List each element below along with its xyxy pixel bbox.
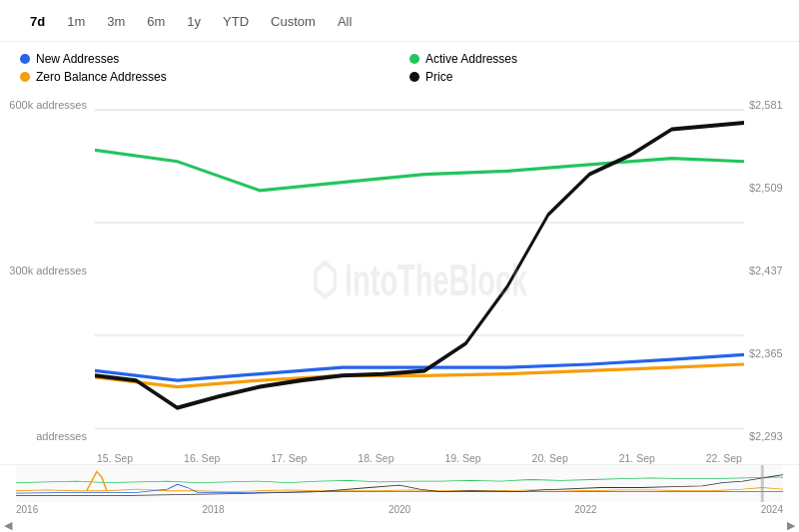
x-label-0: 15. Sep bbox=[97, 452, 133, 464]
btn-7d[interactable]: 7d bbox=[20, 10, 55, 33]
x-label-7: 22. Sep bbox=[706, 452, 742, 464]
y-axis-right: $2,581 $2,509 $2,437 $2,365 $2,293 bbox=[744, 94, 799, 464]
mini-x-axis: 2016 2018 2020 2022 2024 bbox=[0, 502, 799, 518]
y-right-5: $2,293 bbox=[749, 430, 791, 442]
mini-x-2: 2020 bbox=[389, 504, 410, 515]
x-label-4: 19. Sep bbox=[444, 452, 480, 464]
btn-custom[interactable]: Custom bbox=[261, 10, 326, 33]
scroll-right-arrow[interactable]: ▶ bbox=[787, 519, 795, 532]
legend-dot-green bbox=[409, 54, 419, 64]
y-axis-left: 600k addresses 300k addresses addresses bbox=[0, 94, 95, 464]
legend-dot-orange bbox=[20, 72, 30, 82]
btn-6m[interactable]: 6m bbox=[137, 10, 175, 33]
legend-new-addresses: New Addresses bbox=[20, 52, 390, 66]
mini-chart-area: 2016 2018 2020 2022 2024 ◀ ▶ bbox=[0, 464, 799, 532]
svg-rect-5 bbox=[761, 465, 764, 502]
btn-ytd[interactable]: YTD bbox=[213, 10, 259, 33]
svg-rect-4 bbox=[16, 465, 783, 502]
scroll-arrows: ◀ ▶ bbox=[0, 519, 799, 532]
btn-3m[interactable]: 3m bbox=[97, 10, 135, 33]
chart-plot: ⬡ IntoTheBlock 15. Sep 16. Sep 17. Sep 1… bbox=[95, 94, 744, 464]
y-left-top: 600k addresses bbox=[8, 99, 87, 111]
legend-label-price: Price bbox=[425, 70, 452, 84]
legend-label-new-addresses: New Addresses bbox=[36, 52, 119, 66]
x-label-6: 21. Sep bbox=[619, 452, 655, 464]
mini-svg bbox=[16, 465, 783, 502]
scroll-left-arrow[interactable]: ◀ bbox=[4, 519, 12, 532]
chart-svg: ⬡ IntoTheBlock bbox=[95, 94, 744, 464]
y-left-mid: 300k addresses bbox=[8, 265, 87, 276]
mini-x-0: 2016 bbox=[16, 504, 38, 515]
legend: New Addresses Active Addresses Zero Bala… bbox=[0, 42, 799, 94]
mini-x-1: 2018 bbox=[202, 504, 224, 515]
y-left-bot: addresses bbox=[8, 430, 87, 442]
y-right-3: $2,437 bbox=[749, 265, 791, 276]
mini-x-4: 2024 bbox=[761, 504, 783, 515]
x-label-1: 16. Sep bbox=[184, 452, 220, 464]
x-label-2: 17. Sep bbox=[271, 452, 307, 464]
chart-container: 7d 1m 3m 6m 1y YTD Custom All New Addres… bbox=[0, 0, 799, 532]
x-axis: 15. Sep 16. Sep 17. Sep 18. Sep 19. Sep … bbox=[95, 442, 744, 464]
btn-all[interactable]: All bbox=[328, 10, 362, 33]
watermark-text: ⬡ IntoTheBlock bbox=[312, 255, 528, 304]
legend-dot-black bbox=[409, 72, 419, 82]
btn-1y[interactable]: 1y bbox=[177, 10, 211, 33]
legend-dot-blue bbox=[20, 54, 30, 64]
legend-active-addresses: Active Addresses bbox=[409, 52, 779, 66]
time-filters: 7d 1m 3m 6m 1y YTD Custom All bbox=[0, 10, 799, 42]
x-label-3: 18. Sep bbox=[358, 452, 394, 464]
x-label-5: 20. Sep bbox=[532, 452, 568, 464]
legend-zero-balance: Zero Balance Addresses bbox=[20, 70, 390, 84]
mini-x-3: 2022 bbox=[574, 504, 596, 515]
legend-price: Price bbox=[409, 70, 779, 84]
y-right-2: $2,509 bbox=[749, 182, 791, 194]
y-right-4: $2,365 bbox=[749, 347, 791, 359]
legend-label-active-addresses: Active Addresses bbox=[425, 52, 517, 66]
btn-1m[interactable]: 1m bbox=[57, 10, 95, 33]
mini-chart-inner bbox=[16, 465, 783, 502]
y-right-1: $2,581 bbox=[749, 99, 791, 111]
main-chart-area: 600k addresses 300k addresses addresses bbox=[0, 94, 799, 464]
legend-label-zero-balance: Zero Balance Addresses bbox=[36, 70, 167, 84]
